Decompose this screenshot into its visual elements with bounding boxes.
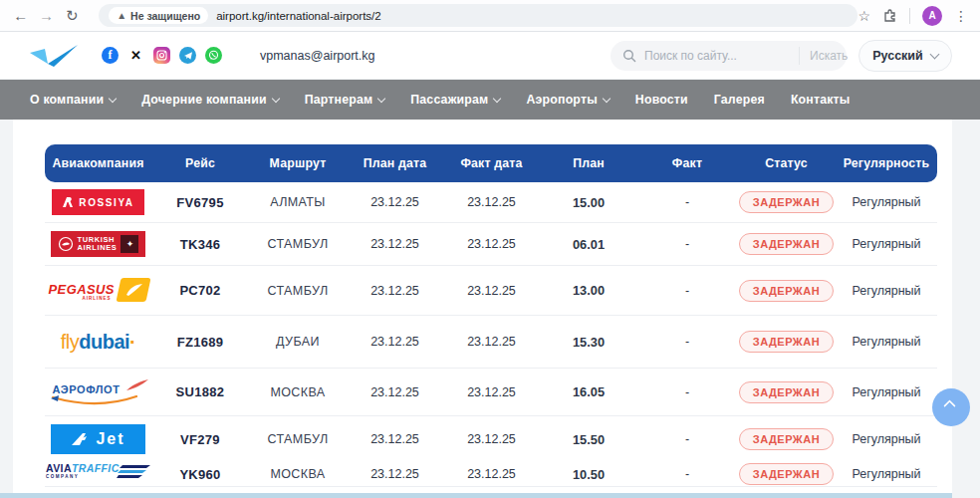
chevron-down-icon [929,50,939,60]
browser-refresh-icon[interactable]: ↻ [59,7,85,25]
regularity: Регулярный [836,467,937,481]
route: МОСКВА [249,385,347,399]
whatsapp-icon[interactable] [205,47,222,64]
plan-time: 13.00 [540,283,637,298]
col-header-regularity: Регулярность [836,156,937,170]
col-header-airline: Авиакомпания [45,156,151,170]
extensions-icon[interactable] [882,8,897,23]
address-bar[interactable]: ▲ Не защищено airport.kg/international-a… [99,4,858,27]
aeroflot-swoosh-icon [51,393,138,405]
site-header: f ✕ vpmanas@airport.kg Искать Русский [0,32,980,80]
airline-logo-turkish: TURKISHAIRLINES ✦ [45,231,151,257]
x-twitter-icon[interactable]: ✕ [127,47,144,64]
nav-item-dochernie-kompanii[interactable]: Дочерние компании [141,93,279,107]
flight-number: FZ1689 [151,335,249,350]
route: АЛМАТЫ [249,195,347,209]
plan-date: 23.12.25 [347,335,443,349]
fact-date: 23.12.25 [443,467,540,481]
site-search: Искать [611,41,847,71]
airline-logo-aviatraffic: AVIATRAFFIC COMPANY [45,462,151,486]
browser-back-icon[interactable]: ← [8,7,34,24]
nav-item-passazhiram[interactable]: Пассажирам [410,93,500,107]
flight-number: PC702 [151,283,249,298]
security-label: Не защищено [130,10,200,22]
fact-time: - [637,237,737,251]
language-selector[interactable]: Русский [858,40,952,72]
col-header-route: Маршрут [249,156,347,170]
instagram-icon[interactable] [153,47,170,64]
fact-time: - [637,195,737,209]
nav-item-o-kompanii[interactable]: О компании [30,93,116,107]
flight-number: YK960 [151,467,249,482]
contact-email-link[interactable]: vpmanas@airport.kg [260,49,375,63]
plan-time: 16.05 [540,384,637,399]
search-submit-button[interactable]: Искать [799,47,848,65]
browser-forward-icon[interactable]: → [34,7,60,24]
plan-time: 15.30 [540,335,637,350]
plan-time: 10.50 [540,467,637,482]
profile-avatar[interactable]: A [922,6,942,26]
table-row: TURKISHAIRLINES ✦ TK346 СТАМБУЛ 23.12.25… [45,223,937,266]
airline-logo-pegasus: PEGASUS AIRLINES [45,277,151,305]
airline-logo-rossiya: ROSSIYA [45,189,151,215]
col-header-plan: План [540,156,637,170]
facebook-icon[interactable]: f [102,47,119,64]
language-label: Русский [872,49,923,63]
col-header-plan-date: План дата [347,156,443,170]
route: СТАМБУЛ [249,432,347,446]
fact-date: 23.12.25 [443,385,540,399]
url-text: airport.kg/international-airports/2 [216,10,381,22]
nav-item-galereya[interactable]: Галерея [714,93,765,107]
bookmark-star-icon[interactable]: ☆ [858,8,870,24]
nav-item-aeroporty[interactable]: Аэропорты [526,93,609,107]
browser-menu-icon[interactable]: ⋮ [954,8,968,24]
plan-date: 23.12.25 [347,237,443,251]
regularity: Регулярный [836,195,937,209]
telegram-icon[interactable] [179,47,196,64]
plan-date: 23.12.25 [347,467,443,481]
fact-time: - [637,432,737,446]
col-header-fact-date: Факт дата [443,156,540,170]
fact-date: 23.12.25 [443,237,540,251]
col-header-flight: Рейс [151,156,249,170]
chevron-down-icon [271,94,279,102]
social-links: f ✕ [102,47,222,64]
chevron-down-icon [377,94,385,102]
fact-time: - [637,385,737,399]
regularity: Регулярный [836,237,937,251]
rossiya-wing-icon [62,196,74,208]
table-row: ROSSIYA FV6795 АЛМАТЫ 23.12.25 23.12.25 … [45,182,937,223]
fact-date: 23.12.25 [443,284,540,298]
flights-table: Авиакомпания Рейс Маршрут План дата Факт… [45,144,937,487]
flight-number: SU1882 [151,384,249,399]
status-badge: ЗАДЕРЖАН [739,280,834,302]
chevron-down-icon [493,94,501,102]
aviatraffic-stripes-icon [117,465,150,479]
table-row: PEGASUS AIRLINES PC702 СТАМБУЛ 23.12.25 … [45,266,937,316]
browser-toolbar: ← → ↻ ▲ Не защищено airport.kg/internati… [0,0,980,32]
nav-item-kontakty[interactable]: Контакты [791,93,851,107]
status-badge: ЗАДЕРЖАН [739,381,834,403]
nav-item-novosti[interactable]: Новости [635,93,688,107]
scroll-to-top-button[interactable] [932,388,970,426]
nav-item-partneram[interactable]: Партнерам [305,93,385,107]
turkish-emblem-icon [58,236,74,252]
plan-date: 23.12.25 [347,284,443,298]
route: СТАМБУЛ [249,284,347,298]
warning-icon: ▲ [117,10,126,21]
regularity: Регулярный [836,284,937,298]
security-chip[interactable]: ▲ Не защищено [109,7,208,24]
table-row: AVIATRAFFIC COMPANY YK960 МОСКВА 23.12.2… [45,462,937,487]
route: СТАМБУЛ [249,237,347,251]
fact-date: 23.12.25 [443,335,540,349]
fact-date: 23.12.25 [443,195,540,209]
plan-time: 06.01 [540,237,637,252]
pegasus-horse-icon [125,283,143,297]
aeroflot-wing-icon [126,379,148,391]
search-icon [622,49,636,63]
search-input[interactable] [644,49,799,63]
table-header-row: Авиакомпания Рейс Маршрут План дата Факт… [45,144,937,182]
toolbar-divider [909,8,910,24]
site-logo-bird-icon[interactable] [28,43,80,69]
alliance-star-icon: ✦ [121,235,138,253]
